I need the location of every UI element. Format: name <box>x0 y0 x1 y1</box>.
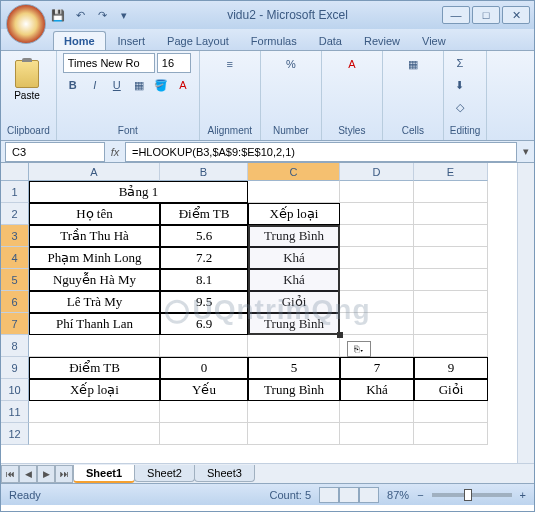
cell[interactable] <box>340 269 414 291</box>
cell[interactable] <box>248 335 340 357</box>
cell[interactable] <box>414 313 488 335</box>
view-layout-button[interactable] <box>339 487 359 503</box>
name-box[interactable]: C3 <box>5 142 105 162</box>
sheet-tab-3[interactable]: Sheet3 <box>194 465 255 482</box>
cell[interactable] <box>414 335 488 357</box>
cell[interactable]: 6.9 <box>160 313 248 335</box>
cell[interactable]: Giỏi <box>248 291 340 313</box>
cell[interactable] <box>340 423 414 445</box>
tab-home[interactable]: Home <box>53 31 106 50</box>
tab-insert[interactable]: Insert <box>108 32 156 50</box>
cell[interactable] <box>414 291 488 313</box>
autosum-button[interactable]: Σ <box>450 53 470 73</box>
cell[interactable] <box>414 423 488 445</box>
sheet-nav-last-icon[interactable]: ⏭ <box>55 465 73 483</box>
close-button[interactable]: ✕ <box>502 6 530 24</box>
office-button[interactable] <box>6 4 46 44</box>
clear-button[interactable]: ◇ <box>450 97 470 117</box>
cell[interactable]: Điểm TB <box>29 357 160 379</box>
cell[interactable]: Khá <box>340 379 414 401</box>
cell[interactable]: Yếu <box>160 379 248 401</box>
cell[interactable]: Trung Bình <box>248 225 340 247</box>
cell[interactable]: Khá <box>248 247 340 269</box>
cell[interactable] <box>29 401 160 423</box>
tab-formulas[interactable]: Formulas <box>241 32 307 50</box>
view-normal-button[interactable] <box>319 487 339 503</box>
view-pagebreak-button[interactable] <box>359 487 379 503</box>
cell[interactable] <box>340 401 414 423</box>
cell[interactable] <box>340 203 414 225</box>
zoom-out-button[interactable]: − <box>417 489 423 501</box>
cells-icon[interactable]: ▦ <box>402 53 424 75</box>
cell[interactable] <box>414 247 488 269</box>
sheet-nav-next-icon[interactable]: ▶ <box>37 465 55 483</box>
cell[interactable] <box>414 225 488 247</box>
cell[interactable]: Phí Thanh Lan <box>29 313 160 335</box>
cell[interactable]: Xếp loại <box>248 203 340 225</box>
cell[interactable]: 0 <box>160 357 248 379</box>
styles-icon[interactable]: A <box>341 53 363 75</box>
col-header-e[interactable]: E <box>414 163 488 181</box>
row-header[interactable]: 8 <box>1 335 29 357</box>
maximize-button[interactable]: □ <box>472 6 500 24</box>
formula-expand-icon[interactable]: ▾ <box>517 145 534 158</box>
italic-button[interactable]: I <box>85 75 105 95</box>
zoom-slider[interactable] <box>432 493 512 497</box>
tab-page-layout[interactable]: Page Layout <box>157 32 239 50</box>
row-header[interactable]: 6 <box>1 291 29 313</box>
cell[interactable]: 8.1 <box>160 269 248 291</box>
cell[interactable]: Giỏi <box>414 379 488 401</box>
fill-button[interactable]: ⬇ <box>450 75 470 95</box>
row-header[interactable]: 9 <box>1 357 29 379</box>
cell[interactable] <box>414 269 488 291</box>
col-header-b[interactable]: B <box>160 163 248 181</box>
cell[interactable]: 5.6 <box>160 225 248 247</box>
fx-icon[interactable]: fx <box>105 146 125 158</box>
fill-handle[interactable] <box>337 332 343 338</box>
sheet-nav-first-icon[interactable]: ⏮ <box>1 465 19 483</box>
qat-dropdown-icon[interactable]: ▾ <box>115 6 133 24</box>
tab-review[interactable]: Review <box>354 32 410 50</box>
font-name-combo[interactable]: Times New Ro <box>63 53 155 73</box>
vertical-scrollbar[interactable] <box>517 163 534 463</box>
cell[interactable] <box>29 423 160 445</box>
cell[interactable] <box>340 225 414 247</box>
row-header[interactable]: 7 <box>1 313 29 335</box>
row-header[interactable]: 11 <box>1 401 29 423</box>
formula-bar[interactable]: =HLOOKUP(B3,$A$9:$E$10,2,1) <box>125 142 517 162</box>
zoom-in-button[interactable]: + <box>520 489 526 501</box>
tab-view[interactable]: View <box>412 32 456 50</box>
cell[interactable] <box>248 401 340 423</box>
zoom-level[interactable]: 87% <box>387 489 409 501</box>
minimize-button[interactable]: — <box>442 6 470 24</box>
font-color-button[interactable]: A <box>173 75 193 95</box>
border-button[interactable]: ▦ <box>129 75 149 95</box>
cell[interactable] <box>340 291 414 313</box>
cell[interactable] <box>29 335 160 357</box>
sheet-nav-prev-icon[interactable]: ◀ <box>19 465 37 483</box>
sheet-tab-1[interactable]: Sheet1 <box>73 465 135 483</box>
paste-button[interactable]: Paste <box>7 53 47 107</box>
tab-data[interactable]: Data <box>309 32 352 50</box>
row-header[interactable]: 12 <box>1 423 29 445</box>
underline-button[interactable]: U <box>107 75 127 95</box>
cell[interactable]: Khá <box>248 269 340 291</box>
cell[interactable]: Phạm Minh Long <box>29 247 160 269</box>
cell[interactable] <box>160 335 248 357</box>
col-header-a[interactable]: A <box>29 163 160 181</box>
cell[interactable]: Trung Bình <box>248 313 340 335</box>
cell[interactable]: 7 <box>340 357 414 379</box>
cell[interactable]: Nguyễn Hà My <box>29 269 160 291</box>
row-header[interactable]: 10 <box>1 379 29 401</box>
col-header-d[interactable]: D <box>340 163 414 181</box>
alignment-icon[interactable]: ≡ <box>219 53 241 75</box>
cell[interactable]: Bảng 1 <box>29 181 248 203</box>
cell[interactable] <box>248 423 340 445</box>
cell[interactable]: Trần Thu Hà <box>29 225 160 247</box>
cell[interactable]: 7.2 <box>160 247 248 269</box>
cell[interactable]: Họ tên <box>29 203 160 225</box>
percent-icon[interactable]: % <box>280 53 302 75</box>
cell[interactable] <box>414 181 488 203</box>
worksheet-grid[interactable]: UQntrimQng A B C D E 1 Bảng 1 2 Họ tên Đ… <box>1 163 534 463</box>
cell[interactable] <box>160 401 248 423</box>
